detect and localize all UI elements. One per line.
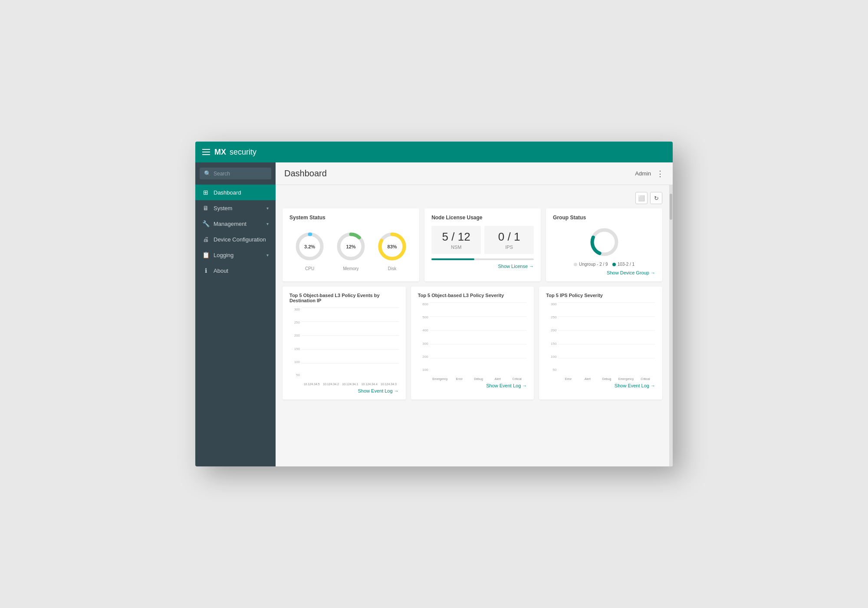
- memory-donut: 12%: [335, 230, 367, 263]
- sidebar-label-management: Management: [214, 221, 262, 227]
- disk-donut: 83%: [376, 230, 408, 263]
- group-status-card: Group Status: [546, 208, 662, 281]
- show-event-log-link-3[interactable]: Show Event Log →: [546, 383, 655, 388]
- y-label: 400: [418, 328, 430, 332]
- sidebar-item-management[interactable]: 🔧 Management ▾: [195, 216, 276, 231]
- license-row: 5 / 12 NSM 0 / 1 IPS: [431, 226, 534, 254]
- y-label: 600: [418, 302, 430, 306]
- chart3-title: Top 5 IPS Policy Severity: [546, 293, 655, 298]
- x-label: Alert: [490, 377, 506, 380]
- page-title: Dashboard: [284, 169, 327, 178]
- node-license-card: Node License Usage 5 / 12 NSM 0 / 1 IPS: [424, 208, 541, 281]
- chart1-card: Top 5 Object-based L3 Policy Events by D…: [283, 287, 406, 400]
- group-legend: Ungroup - 2 / 9 103-2 / 1: [574, 262, 635, 267]
- y-label: 50: [289, 373, 302, 377]
- cpu-value: 3.2%: [304, 244, 315, 249]
- hamburger-menu[interactable]: [202, 149, 210, 155]
- sidebar-item-logging[interactable]: 📋 Logging ▾: [195, 247, 276, 263]
- main-layout: 🔍 ⊞ Dashboard 🖥 System ▾ 🔧 Management ▾ …: [195, 162, 673, 466]
- license-bar-fill: [431, 258, 474, 260]
- y-label: 100: [546, 355, 558, 359]
- cpu-label: CPU: [305, 266, 314, 271]
- y-label: 300: [289, 307, 302, 311]
- sidebar-item-system[interactable]: 🖥 System ▾: [195, 200, 276, 216]
- x-label: 10.124.34.3: [380, 383, 397, 386]
- more-options-icon[interactable]: ⋮: [656, 169, 664, 178]
- x-label: Emergency: [618, 377, 634, 380]
- sidebar-label-logging: Logging: [214, 252, 262, 258]
- chart2-area: 600 500 400 300 200 100: [418, 302, 527, 380]
- ips-value: 0 / 1: [490, 230, 529, 244]
- charts-row: Top 5 Object-based L3 Policy Events by D…: [283, 287, 662, 400]
- sidebar: 🔍 ⊞ Dashboard 🖥 System ▾ 🔧 Management ▾ …: [195, 162, 276, 466]
- search-box[interactable]: 🔍: [200, 168, 271, 179]
- device-config-icon: 🖨: [202, 236, 209, 243]
- chart3-card: Top 5 IPS Policy Severity 300 250 200 15…: [539, 287, 662, 400]
- legend-ungroup-label: Ungroup - 2 / 9: [579, 262, 608, 267]
- y-label: 250: [289, 321, 302, 324]
- header-right: Admin ⋮: [635, 169, 664, 178]
- show-license-link[interactable]: Show License →: [431, 264, 534, 269]
- license-progress-bar: [431, 258, 534, 260]
- admin-label: Admin: [635, 170, 651, 177]
- group-legend-active: 103-2 / 1: [612, 262, 635, 267]
- y-label: 150: [289, 347, 302, 351]
- chart1-x-labels: 10.124.34.5 10.124.34.2 10.124.34.1 10.1…: [302, 383, 399, 386]
- node-license-title: Node License Usage: [431, 215, 534, 221]
- chart1-title: Top 5 Object-based L3 Policy Events by D…: [289, 293, 399, 303]
- chart1-area: 300 250 200 150 100 50: [289, 307, 399, 386]
- logging-icon: 📋: [202, 251, 209, 258]
- disk-label: Disk: [388, 266, 396, 271]
- search-input[interactable]: [214, 171, 267, 177]
- group-legend-ungroup: Ungroup - 2 / 9: [574, 262, 608, 267]
- x-label: 10.124.34.2: [322, 383, 339, 386]
- chart2-title: Top 5 Object-based L3 Policy Severity: [418, 293, 527, 298]
- chevron-down-icon-3: ▾: [266, 253, 269, 258]
- sidebar-label-device-config: Device Configuration: [214, 236, 269, 243]
- chart2-bars: [430, 304, 527, 372]
- ips-license-box: 0 / 1 IPS: [484, 226, 534, 254]
- x-label: 10.124.34.5: [303, 383, 320, 386]
- x-label: Error: [451, 377, 467, 380]
- chart3-area: 300 250 200 150 100 50: [546, 302, 655, 380]
- chart2-card: Top 5 Object-based L3 Policy Severity 60…: [411, 287, 534, 400]
- memory-label: Memory: [343, 266, 359, 271]
- sidebar-item-device-config[interactable]: 🖨 Device Configuration: [195, 231, 276, 247]
- system-icon: 🖥: [202, 205, 209, 211]
- y-label: 200: [418, 355, 430, 359]
- content-header: Dashboard Admin ⋮: [276, 162, 673, 185]
- chart1-bars: [302, 310, 399, 377]
- nsm-license-box: 5 / 12 NSM: [431, 226, 481, 254]
- y-label: 150: [546, 342, 558, 346]
- sidebar-item-about[interactable]: ℹ About: [195, 263, 276, 278]
- ips-label: IPS: [490, 245, 529, 250]
- x-label: Debug: [470, 377, 487, 380]
- sidebar-item-dashboard[interactable]: ⊞ Dashboard: [195, 185, 276, 200]
- show-event-log-link-1[interactable]: Show Event Log →: [289, 388, 399, 393]
- x-label: Alert: [579, 377, 596, 380]
- x-label: 10.124.34.4: [361, 383, 378, 386]
- x-label: 10.124.34.1: [342, 383, 358, 386]
- system-status-card: System Status 3.2%: [283, 208, 419, 281]
- y-label: 200: [289, 334, 302, 337]
- show-device-group-link[interactable]: Show Device Group →: [553, 270, 655, 275]
- refresh-icon[interactable]: ↻: [650, 192, 662, 204]
- y-label: 100: [289, 360, 302, 364]
- y-label: 200: [546, 328, 558, 332]
- x-label: Debug: [598, 377, 615, 380]
- y-label: 100: [418, 368, 430, 372]
- scrollbar-thumb[interactable]: [670, 194, 672, 220]
- sidebar-label-about: About: [214, 268, 269, 274]
- export-icon[interactable]: ⬜: [635, 192, 648, 204]
- scrollbar[interactable]: [669, 185, 673, 466]
- x-label: Critical: [509, 377, 525, 380]
- disk-value: 83%: [388, 244, 397, 249]
- cards-row-top: System Status 3.2%: [283, 208, 662, 281]
- legend-active-label: 103-2 / 1: [618, 262, 635, 267]
- show-event-log-link-2[interactable]: Show Event Log →: [418, 383, 527, 388]
- x-label: Error: [560, 377, 576, 380]
- chart2-x-labels: Emergency Error Debug Alert Critical: [430, 377, 527, 380]
- y-label: 300: [546, 302, 558, 306]
- about-icon: ℹ: [202, 267, 209, 274]
- chevron-down-icon: ▾: [266, 206, 269, 211]
